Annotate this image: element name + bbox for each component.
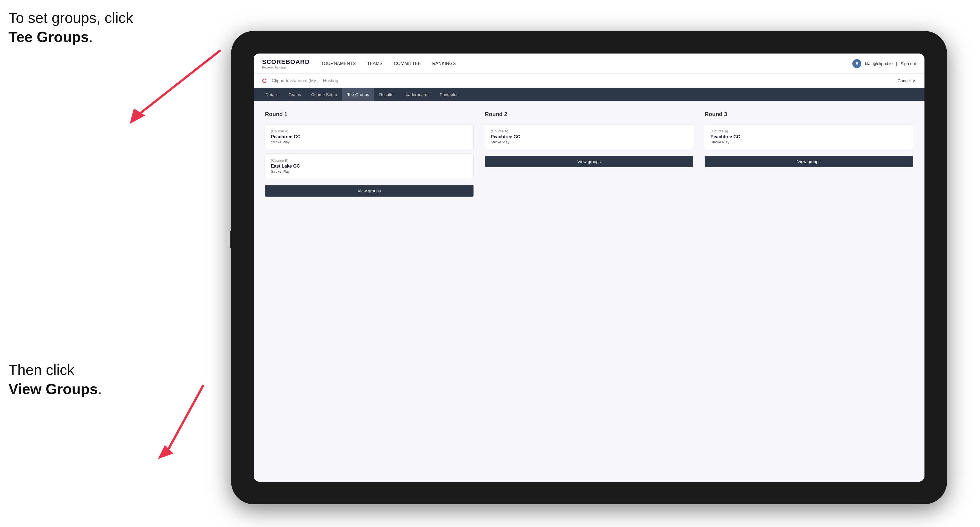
round-3-course-a-label: (Course A) [711, 129, 907, 133]
tab-teams[interactable]: Teams [283, 88, 306, 101]
round-1-course-a-name: Peachtree GC [271, 134, 468, 140]
user-avatar: B [852, 59, 861, 68]
round-2-course-a-label: (Course A) [491, 129, 687, 133]
round-1-title: Round 1 [265, 111, 474, 117]
nav-committee[interactable]: COMMITTEE [394, 60, 421, 67]
arrow-bottom-indicator [132, 383, 223, 468]
tournament-name: Clippd Invitational (My... Hosting [269, 78, 897, 83]
tab-tee-groups[interactable]: Tee Groups [342, 88, 374, 101]
instruction-top-period: . [89, 29, 93, 45]
nav-rankings[interactable]: RANKINGS [432, 60, 456, 67]
tab-bar: Details Teams Course Setup Tee Groups Re… [254, 88, 924, 101]
round-2-course-a-card: (Course A) Peachtree GC Stroke Play [485, 124, 694, 149]
logo-scoreboard: SCOREBOARD [262, 58, 310, 65]
cancel-button[interactable]: Cancel ✕ [897, 78, 916, 83]
tab-course-setup[interactable]: Course Setup [306, 88, 342, 101]
main-content: Round 1 (Course A) Peachtree GC Stroke P… [254, 101, 924, 482]
tournament-hosting-label: Hosting [323, 78, 338, 83]
logo-area: SCOREBOARD Powered by clippit [262, 58, 310, 69]
tablet-screen: SCOREBOARD Powered by clippit TOURNAMENT… [254, 54, 924, 482]
round-2-course-a-type: Stroke Play [491, 140, 687, 144]
tournament-name-text: Clippd Invitational (My... [272, 78, 320, 83]
svg-line-0 [141, 51, 220, 113]
tab-leaderboards[interactable]: Leaderboards [398, 88, 434, 101]
logo-sub-text: Powered by clippit [262, 66, 310, 69]
round-2-column: Round 2 (Course A) Peachtree GC Stroke P… [485, 111, 694, 197]
round-1-course-b-label: (Course B) [271, 158, 468, 162]
nav-separator: | [896, 61, 897, 66]
user-email: blair@clippd.io [865, 61, 892, 66]
round-1-column: Round 1 (Course A) Peachtree GC Stroke P… [265, 111, 474, 197]
instruction-top-line1: To set groups, click [8, 10, 133, 26]
round-2-title: Round 2 [485, 111, 694, 117]
round-3-title: Round 3 [705, 111, 913, 117]
top-nav: SCOREBOARD Powered by clippit TOURNAMENT… [254, 54, 924, 74]
round-1-course-a-card: (Course A) Peachtree GC Stroke Play [265, 124, 474, 149]
nav-right: B blair@clippd.io | Sign out [852, 59, 916, 68]
cancel-label: Cancel [897, 78, 911, 83]
instruction-top: To set groups, click Tee Groups. [8, 8, 133, 46]
nav-teams[interactable]: TEAMS [367, 60, 382, 67]
round-3-column: Round 3 (Course A) Peachtree GC Stroke P… [705, 111, 913, 197]
instruction-top-bold: Tee Groups [8, 29, 89, 45]
round-3-course-a-name: Peachtree GC [711, 134, 907, 140]
tablet-shell: SCOREBOARD Powered by clippit TOURNAMENT… [231, 31, 947, 504]
tab-details[interactable]: Details [261, 88, 283, 101]
tournament-logo-c: C [262, 77, 267, 84]
round-1-course-a-type: Stroke Play [271, 140, 468, 144]
round-1-view-groups-button[interactable]: View groups [265, 185, 474, 197]
round-1-course-a-label: (Course A) [271, 129, 468, 133]
svg-line-2 [169, 386, 203, 448]
round-3-view-groups-button[interactable]: View groups [705, 156, 913, 167]
round-1-course-b-type: Stroke Play [271, 169, 468, 173]
round-1-course-b-card: (Course B) East Lake GC Stroke Play [265, 154, 474, 178]
tab-results[interactable]: Results [374, 88, 398, 101]
arrow-top-indicator [107, 48, 248, 127]
tab-printables[interactable]: Printables [434, 88, 464, 101]
instruction-bottom-period: . [98, 381, 102, 397]
cancel-x-icon: ✕ [912, 78, 916, 83]
tournament-bar: C Clippd Invitational (My... Hosting Can… [254, 74, 924, 88]
round-1-course-b-name: East Lake GC [271, 163, 468, 169]
nav-links: TOURNAMENTS TEAMS COMMITTEE RANKINGS [321, 60, 853, 67]
round-3-course-a-type: Stroke Play [711, 140, 907, 144]
nav-tournaments[interactable]: TOURNAMENTS [321, 60, 356, 67]
round-2-view-groups-button[interactable]: View groups [485, 156, 694, 167]
svg-marker-3 [158, 445, 173, 459]
logo-text: SCOREBOARD [262, 58, 310, 66]
instruction-bottom: Then click View Groups. [8, 360, 102, 398]
instruction-bottom-bold: View Groups [8, 381, 98, 397]
round-3-course-a-card: (Course A) Peachtree GC Stroke Play [705, 124, 913, 149]
instruction-bottom-line1: Then click [8, 362, 75, 378]
sign-out-link[interactable]: Sign out [900, 61, 916, 66]
rounds-grid: Round 1 (Course A) Peachtree GC Stroke P… [265, 111, 913, 197]
round-2-course-a-name: Peachtree GC [491, 134, 687, 140]
